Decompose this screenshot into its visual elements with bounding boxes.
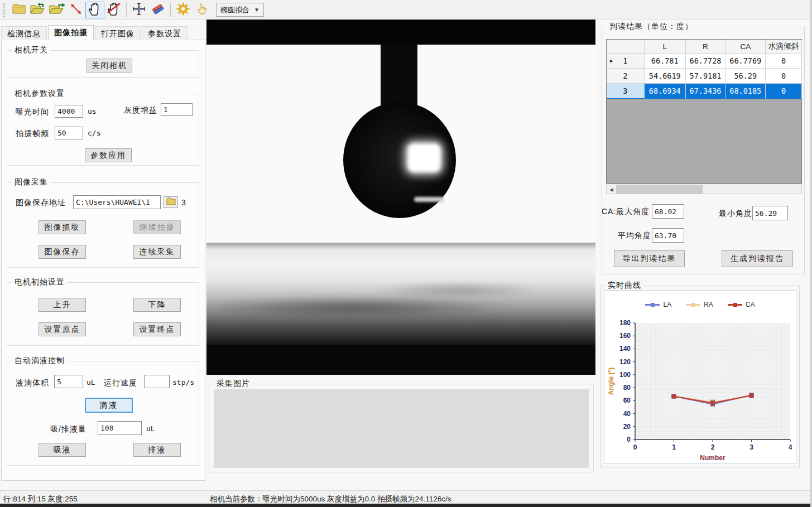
toolbar-grip[interactable] xyxy=(3,3,6,17)
exposure-input[interactable] xyxy=(55,105,83,118)
drop-volume-input[interactable] xyxy=(54,375,83,388)
eraser-icon xyxy=(151,2,165,17)
current-row-marker-icon: ▶ xyxy=(610,58,613,64)
column-header xyxy=(607,40,645,54)
resize-arrows-icon xyxy=(69,2,83,17)
toolbar-separator xyxy=(126,3,127,17)
generate-report-button[interactable]: 生成判读报告 xyxy=(722,250,793,267)
aspirate-amount-input[interactable] xyxy=(98,421,142,435)
scroll-left-arrow-icon[interactable]: ◀ xyxy=(607,185,616,194)
table-cell[interactable]: 2 xyxy=(607,69,645,84)
tab-parameter-settings[interactable]: 参数设置 xyxy=(142,26,188,40)
table-cell[interactable]: 57.9181 xyxy=(686,69,726,84)
aspirate-button[interactable]: 吸液 xyxy=(39,443,86,457)
eraser-tool-button[interactable] xyxy=(148,2,167,18)
browse-folder-button[interactable] xyxy=(164,196,178,208)
fit-method-dropdown[interactable]: 椭圆拟合 ▼ xyxy=(216,3,264,17)
svg-text:40: 40 xyxy=(623,410,631,418)
set-endpoint-button[interactable]: 设置终点 xyxy=(133,322,181,336)
scrollbar-thumb[interactable] xyxy=(616,185,703,194)
results-table-empty-area xyxy=(606,99,802,184)
table-cell[interactable]: 0 xyxy=(766,54,802,69)
fps-unit: c/s xyxy=(88,129,100,137)
aspirate-amount-unit: uL xyxy=(146,424,155,433)
table-cell[interactable]: 66.781 xyxy=(645,54,686,69)
save-image-button[interactable]: 图像保存 xyxy=(39,245,86,259)
motor-up-button[interactable]: 上升 xyxy=(39,298,86,312)
settings-button[interactable] xyxy=(174,2,193,18)
pan-tool-off-button[interactable] xyxy=(104,2,123,18)
pointer-tool-button[interactable] xyxy=(193,2,212,18)
table-cell[interactable]: ▶1 xyxy=(607,54,645,69)
toolbar: 椭圆拟合 ▼ xyxy=(0,0,812,20)
set-origin-button[interactable]: 设置原点 xyxy=(39,322,86,336)
chart-legend: LARACA xyxy=(604,301,796,308)
table-cell[interactable]: 56.29 xyxy=(725,69,766,84)
camera-params-title: 相机参数设置 xyxy=(12,89,67,99)
table-cell[interactable]: 68.6934 xyxy=(645,84,686,99)
save-path-input[interactable] xyxy=(73,195,161,209)
folder-export-icon xyxy=(49,2,65,17)
results-hscrollbar[interactable]: ◀ xyxy=(606,185,802,194)
table-cell[interactable]: 0 xyxy=(766,69,802,84)
tab-detection-info[interactable]: 检测信息 xyxy=(1,26,47,40)
legend-label: RA xyxy=(704,301,713,308)
table-cell[interactable]: 66.7728 xyxy=(686,54,726,69)
export-image-button[interactable] xyxy=(47,2,66,18)
folder-import-icon xyxy=(30,2,46,17)
fit-method-label: 椭圆拟合 xyxy=(220,5,249,15)
motor-title: 电机初始设置 xyxy=(12,277,67,287)
crosshair-tool-button[interactable] xyxy=(129,2,148,18)
droplet-reflection xyxy=(414,197,444,202)
status-pixel-info: 行:814 列:15 灰度:255 xyxy=(3,494,204,504)
pan-tool-button[interactable] xyxy=(85,2,104,18)
zoom-resize-button[interactable] xyxy=(66,2,85,18)
table-cell[interactable]: 0 xyxy=(766,84,802,99)
table-cell[interactable]: 67.3436 xyxy=(686,84,726,99)
legend-item-ra: RA xyxy=(686,301,713,308)
crosshair-icon xyxy=(132,2,146,17)
svg-text:160: 160 xyxy=(619,332,631,340)
motor-down-button[interactable]: 下降 xyxy=(133,298,181,312)
open-folder-button[interactable] xyxy=(9,2,28,18)
tab-image-capture[interactable]: 图像拍摄 xyxy=(48,25,94,40)
captured-images-strip[interactable] xyxy=(214,389,589,468)
droplet-highlight xyxy=(407,143,441,172)
table-cell[interactable]: 3 xyxy=(607,84,645,99)
dispense-button[interactable]: 排液 xyxy=(133,443,181,457)
max-angle-input[interactable] xyxy=(652,204,684,219)
table-row[interactable]: 254.661957.918156.290 xyxy=(607,69,802,84)
chart-canvas: 02040608010012014016018001234Angle (°)Nu… xyxy=(604,291,797,465)
chevron-down-icon: ▼ xyxy=(254,7,260,13)
gear-icon xyxy=(176,2,190,18)
export-results-button[interactable]: 导出判读结果 xyxy=(614,250,685,267)
camera-live-view[interactable] xyxy=(206,20,595,375)
apply-params-button[interactable]: 参数应用 xyxy=(85,148,132,162)
grab-image-button[interactable]: 图像抓取 xyxy=(39,220,86,234)
drip-button[interactable]: 滴液 xyxy=(85,398,133,413)
import-image-button[interactable] xyxy=(28,2,47,18)
exposure-unit: us xyxy=(88,107,97,115)
run-speed-unit: stp/s xyxy=(172,378,194,387)
gain-input[interactable] xyxy=(161,103,193,116)
svg-text:1: 1 xyxy=(672,443,676,451)
realtime-chart: LARACA 02040608010012014016018001234Angl… xyxy=(604,290,796,464)
tab-open-image[interactable]: 打开图像 xyxy=(95,26,141,40)
table-cell[interactable]: 68.0185 xyxy=(725,84,766,99)
table-cell[interactable]: 66.7769 xyxy=(725,54,766,69)
table-cell[interactable]: 54.6619 xyxy=(645,69,686,84)
table-row[interactable]: 368.693467.343668.01850 xyxy=(607,84,802,99)
column-header: CA xyxy=(725,40,766,54)
table-row[interactable]: ▶166.78166.772866.77690 xyxy=(607,54,802,69)
results-table[interactable]: LRCA水滴倾斜▶166.78166.772866.77690254.66195… xyxy=(606,39,802,99)
status-camera-info: 相机当前参数：曝光时间为5000us 灰度增益为0.0 拍摄帧频为24.1126… xyxy=(210,494,451,504)
continuous-capture-button[interactable]: 连续采集 xyxy=(133,245,181,259)
avg-angle-input[interactable] xyxy=(652,228,684,243)
legend-item-ca: CA xyxy=(728,301,755,308)
save-path-label: 图像保存地址 xyxy=(16,198,66,208)
fps-input[interactable] xyxy=(55,127,83,139)
close-camera-button[interactable]: 关闭相机 xyxy=(87,59,132,73)
min-angle-input[interactable] xyxy=(752,206,788,220)
continue-shoot-button[interactable]: 继续拍摄 xyxy=(133,220,181,234)
run-speed-input[interactable] xyxy=(144,375,170,388)
